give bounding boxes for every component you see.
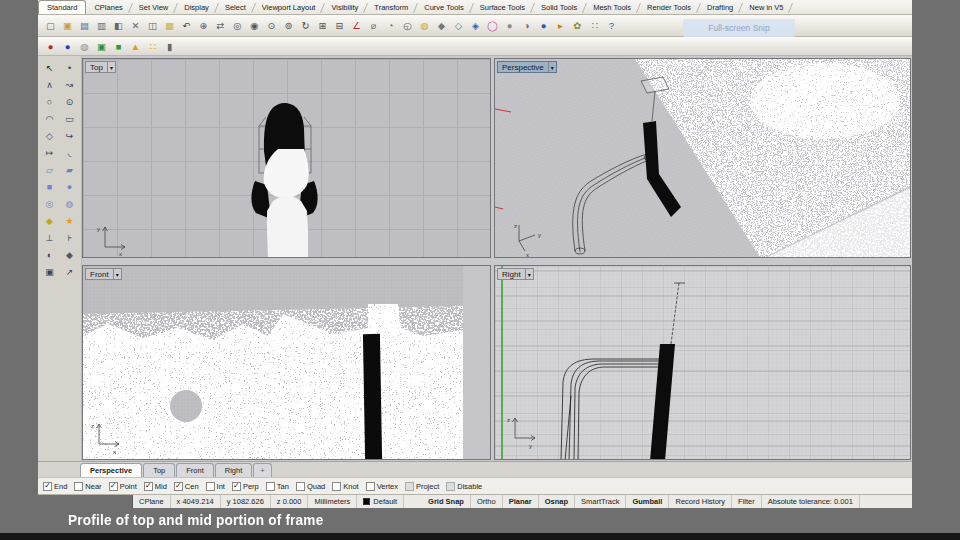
- render-blue-sphere-icon[interactable]: ●: [59, 39, 76, 54]
- osnap-int[interactable]: Int: [206, 482, 225, 491]
- group-tool-icon[interactable]: ▣: [42, 265, 58, 279]
- viewport-front[interactable]: z x Front ▾: [82, 265, 491, 460]
- viewport-perspective[interactable]: z y x Perspective ▾: [494, 58, 911, 258]
- osnap-disable[interactable]: Disable: [446, 482, 482, 491]
- spin-view-icon[interactable]: ◍: [76, 39, 93, 54]
- render-ring-icon[interactable]: ◯: [484, 18, 501, 33]
- menu-tab-set-view[interactable]: Set View: [131, 1, 176, 14]
- viewport-right[interactable]: z y Right ▾: [494, 265, 911, 460]
- rendered-display-icon[interactable]: ●: [535, 18, 552, 33]
- rotate-view-icon[interactable]: ↻: [297, 18, 314, 33]
- gray-sphere-display-icon[interactable]: ●: [501, 18, 518, 33]
- menu-tab-render-tools[interactable]: Render Tools: [639, 1, 699, 14]
- viewport-top-title[interactable]: Top ▾: [85, 61, 116, 73]
- menu-tab-standard[interactable]: Standard: [38, 0, 86, 14]
- frame-white-column[interactable]: [267, 196, 308, 258]
- status-filter[interactable]: Filter: [732, 495, 762, 508]
- lock-icon[interactable]: ◆: [433, 18, 450, 33]
- new-viewport-tab[interactable]: +: [253, 463, 271, 477]
- osnap-end-checkbox[interactable]: ✓: [43, 482, 52, 491]
- control-point-curve-icon[interactable]: ↝: [62, 78, 78, 92]
- status-gumball[interactable]: Gumball: [626, 495, 669, 508]
- boolean-union-icon[interactable]: ◆: [42, 214, 58, 228]
- circle-tool-icon[interactable]: ○: [42, 95, 58, 109]
- osnap-vertex[interactable]: Vertex: [366, 482, 398, 491]
- select-pointer-icon[interactable]: ↖: [42, 61, 58, 75]
- menu-tab-visibility[interactable]: Visibility: [323, 1, 366, 14]
- chevron-down-icon[interactable]: ▾: [525, 269, 533, 279]
- viewport-top[interactable]: Top ▾: [82, 58, 491, 258]
- arc-tool-icon[interactable]: ◠: [42, 112, 58, 126]
- print-icon[interactable]: ▥: [93, 18, 110, 33]
- viewport-tab-top[interactable]: Top: [143, 463, 175, 477]
- undo-icon[interactable]: ↶: [178, 18, 195, 33]
- status-x-4049-214[interactable]: x 4049.214: [171, 495, 221, 508]
- viewport-front-title[interactable]: Front ▾: [85, 268, 122, 280]
- menu-tab-mesh-tools[interactable]: Mesh Tools: [585, 1, 639, 14]
- menu-tab-surface-tools[interactable]: Surface Tools: [472, 1, 533, 14]
- menu-tab-viewport-layout[interactable]: Viewport Layout: [254, 1, 324, 14]
- polygon-tool-icon[interactable]: ◇: [42, 129, 58, 143]
- extend-curve-icon[interactable]: ↦: [42, 146, 58, 160]
- osnap-perp[interactable]: ✓Perp: [232, 482, 259, 491]
- open-file-icon[interactable]: ▣: [59, 18, 76, 33]
- viewport-tab-right[interactable]: Right: [215, 463, 253, 477]
- circle-center-icon[interactable]: ◔: [382, 18, 399, 33]
- osnap-mid[interactable]: ✓Mid: [144, 482, 167, 491]
- new-file-icon[interactable]: ▢: [42, 18, 59, 33]
- select-chain-icon[interactable]: ∷: [586, 18, 603, 33]
- status-planar[interactable]: Planar: [503, 495, 539, 508]
- menu-tab-cplanes[interactable]: CPlanes: [86, 1, 130, 14]
- status-y-1082-626[interactable]: y 1082.626: [221, 495, 271, 508]
- zoom-window-icon[interactable]: ◉: [246, 18, 263, 33]
- osnap-project[interactable]: Project: [405, 482, 439, 491]
- green-box-display-icon[interactable]: ■: [110, 39, 127, 54]
- select-points-icon[interactable]: ∷: [144, 39, 161, 54]
- help-icon[interactable]: ?: [603, 18, 620, 33]
- osnap-mid-checkbox[interactable]: ✓: [144, 482, 153, 491]
- status-smarttrack[interactable]: SmartTrack: [575, 495, 626, 508]
- osnap-disable-checkbox[interactable]: [446, 482, 455, 491]
- status-ortho[interactable]: Ortho: [471, 495, 503, 508]
- hide-objects-icon[interactable]: ◐: [42, 248, 58, 262]
- sweep-surface-icon[interactable]: ▰: [62, 163, 78, 177]
- osnap-end[interactable]: ✓End: [43, 482, 67, 491]
- osnap-quad[interactable]: Quad: [296, 482, 325, 491]
- box-solid-icon[interactable]: ■: [42, 180, 58, 194]
- status-grid-snap[interactable]: Grid Snap: [422, 495, 471, 508]
- flag-tool-icon[interactable]: ▸: [552, 18, 569, 33]
- ghosted-display-icon[interactable]: ◈: [467, 18, 484, 33]
- menu-tab-drafting[interactable]: Drafting: [699, 1, 741, 14]
- dimension-tool-icon[interactable]: ↗: [62, 265, 78, 279]
- properties-icon[interactable]: ◧: [110, 18, 127, 33]
- osnap-cen-checkbox[interactable]: ✓: [174, 482, 183, 491]
- chevron-down-icon[interactable]: ▾: [107, 62, 115, 72]
- solid-tools-icon[interactable]: ◍: [62, 197, 78, 211]
- menu-tab-solid-tools[interactable]: Solid Tools: [533, 1, 585, 14]
- lock-objects-icon[interactable]: ◆: [62, 248, 78, 262]
- pan-view-icon[interactable]: ⊕: [195, 18, 212, 33]
- lamp-icon[interactable]: ◍: [416, 18, 433, 33]
- status-millimeters[interactable]: Millimeters: [308, 495, 357, 508]
- osnap-knot-checkbox[interactable]: [332, 482, 341, 491]
- osnap-tan-checkbox[interactable]: [266, 482, 275, 491]
- viewport-right-title[interactable]: Right ▾: [497, 268, 534, 280]
- fillet-curve-icon[interactable]: ◟: [62, 146, 78, 160]
- sphere-solid-icon[interactable]: ●: [62, 180, 78, 194]
- osnap-quad-checkbox[interactable]: [296, 482, 305, 491]
- align-icon[interactable]: ⊦: [62, 231, 78, 245]
- viewport-tab-perspective[interactable]: Perspective: [80, 463, 142, 477]
- save-icon[interactable]: ▤: [76, 18, 93, 33]
- torus-solid-icon[interactable]: ◎: [42, 197, 58, 211]
- osnap-near[interactable]: Near: [74, 482, 101, 491]
- zoom-extents-icon[interactable]: ⊙: [263, 18, 280, 33]
- osnap-vertex-checkbox[interactable]: [366, 482, 375, 491]
- menu-tab-transform[interactable]: Transform: [366, 1, 416, 14]
- paste-icon[interactable]: ▦: [161, 18, 178, 33]
- osnap-int-checkbox[interactable]: [206, 482, 215, 491]
- wireframe-display-icon[interactable]: ◇: [450, 18, 467, 33]
- status-osnap[interactable]: Osnap: [539, 495, 575, 508]
- chevron-down-icon[interactable]: ▾: [548, 62, 556, 72]
- join-icon[interactable]: ⊥: [42, 231, 58, 245]
- osnap-point-checkbox[interactable]: ✓: [109, 482, 118, 491]
